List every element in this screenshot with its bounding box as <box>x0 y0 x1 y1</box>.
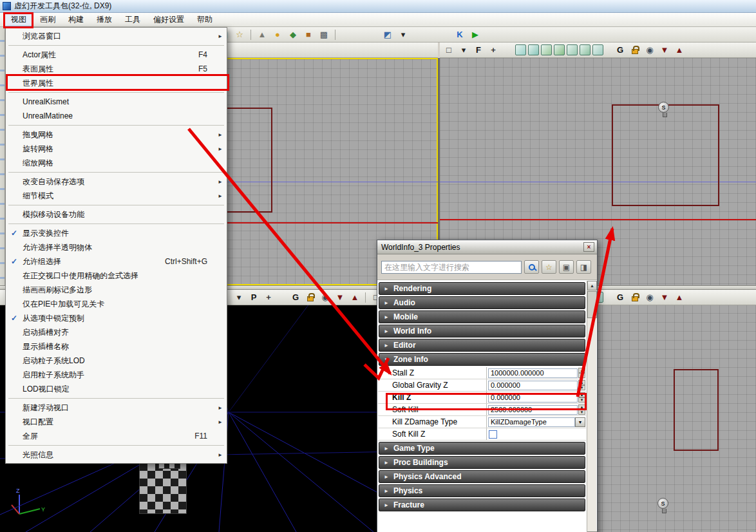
menu-item-socket-snapping[interactable]: 启动插槽对齐 <box>6 325 227 339</box>
category-game-type[interactable]: ►Game Type <box>379 442 585 455</box>
menu-item-scale-grid[interactable]: 缩放网格 <box>6 156 227 170</box>
spin-down-icon[interactable]: ▼ <box>578 397 585 403</box>
build-lighting-icon[interactable]: ● <box>271 28 284 41</box>
menu-item-allow-translucent-selection[interactable]: 允许选择半透明物体 <box>6 240 227 254</box>
light-actor-sprite[interactable]: S <box>658 102 671 119</box>
property-search-input[interactable] <box>381 261 522 274</box>
viewport-options-icon[interactable]: ▾ <box>457 44 470 57</box>
category-zone-info[interactable]: ▼Zone Info <box>379 353 585 366</box>
menubar-item-help[interactable]: 帮助 <box>191 13 219 26</box>
menu-item-pie-visible-levels-only[interactable]: 仅在PIE中加载可见关卡 <box>6 297 227 311</box>
value-text[interactable]: 2500.000000 <box>488 405 578 415</box>
favorites-star-icon[interactable]: ☆ <box>542 260 556 274</box>
menu-item-lighting-info[interactable]: 光照信息► <box>6 448 227 462</box>
build-all-icon[interactable]: ▩ <box>317 28 330 41</box>
properties-scrollbar[interactable]: ▲ ▼ <box>587 281 596 532</box>
close-icon[interactable]: × <box>583 242 594 252</box>
category-proc-buildings[interactable]: ►Proc Buildings <box>379 456 585 469</box>
menu-item-lock-prefabs-from-selection[interactable]: ✓从选项中锁定预制 <box>6 311 227 325</box>
window-titlebar[interactable]: 虚幻开发工具包(32-位, DX9) <box>0 0 756 13</box>
move-widget-icon[interactable]: + <box>262 291 275 304</box>
advanced-options-icon[interactable]: ◨ <box>576 260 591 274</box>
maximize-viewport-icon[interactable]: □ <box>442 44 455 57</box>
game-view-icon[interactable]: G <box>614 291 627 304</box>
pie-options-icon[interactable]: ▾ <box>397 28 410 41</box>
viewport-options-icon[interactable]: ▾ <box>232 291 245 304</box>
menubar-item-build[interactable]: 构建 <box>62 13 90 26</box>
scrollbar-thumb[interactable] <box>587 291 597 318</box>
play-in-editor-icon[interactable]: ▶ <box>469 28 482 41</box>
value-text[interactable]: 0.000000 <box>488 381 578 390</box>
lock-viewport-icon[interactable] <box>628 291 641 304</box>
socket-snap-icon[interactable]: ▼ <box>334 291 346 304</box>
spin-down-icon[interactable]: ▼ <box>578 410 585 415</box>
menu-item-emulate-mobile-features[interactable]: 模拟移动设备功能 <box>6 207 227 222</box>
checkbox[interactable] <box>489 430 497 439</box>
build-geometry-icon[interactable]: ▲ <box>256 28 269 41</box>
menu-item-rotation-grid[interactable]: 旋转网格► <box>6 142 227 156</box>
menu-item-draw-brush-marker-polys[interactable]: 描画画刷标记多边形 <box>6 283 227 297</box>
spin-up-icon[interactable]: ▲ <box>578 392 585 397</box>
category-audio[interactable]: ►Audio <box>379 296 585 309</box>
show-flags-icon[interactable]: ◉ <box>643 291 656 304</box>
spinner-control[interactable]: ▲▼ <box>578 404 585 415</box>
menu-item-show-socket-names[interactable]: 显示插槽名称 <box>6 339 227 354</box>
spinner-control[interactable]: ▲▼ <box>578 380 585 390</box>
spinner-control[interactable]: ▲▼ <box>578 392 585 403</box>
category-world-info[interactable]: ►World Info <box>379 325 585 337</box>
menu-item-show-transform-widget[interactable]: ✓显示变换控件 <box>6 226 227 240</box>
menu-item-unreal-kismet[interactable]: UnrealKismet <box>6 95 227 109</box>
value-text[interactable]: 0.000000 <box>488 393 578 403</box>
category-physics-advanced[interactable]: ►Physics Advanced <box>379 470 585 483</box>
menubar-item-brush[interactable]: 画刷 <box>33 13 62 26</box>
move-widget-icon[interactable]: + <box>487 44 500 57</box>
value-text[interactable]: KillZDamageType <box>488 417 575 427</box>
spin-down-icon[interactable]: ▼ <box>578 385 585 390</box>
shader-complexity-mode-icon[interactable] <box>592 44 603 55</box>
game-view-icon[interactable]: G <box>289 291 302 304</box>
brush-wireframe-mode-icon[interactable] <box>528 44 539 55</box>
front-view-label[interactable]: F <box>472 44 485 57</box>
dropdown-arrow-icon[interactable]: ▼ <box>575 417 585 427</box>
category-fracture[interactable]: ►Fracture <box>379 499 585 511</box>
lit-mode-icon[interactable] <box>554 44 565 55</box>
menu-item-unreal-matinee[interactable]: UnrealMatinee <box>6 109 227 123</box>
show-flags-icon[interactable]: ◉ <box>643 44 656 57</box>
value-text[interactable]: 1000000.000000 <box>488 368 578 378</box>
build-paths-icon[interactable]: ◆ <box>287 28 299 41</box>
spin-down-icon[interactable]: ▼ <box>578 373 585 378</box>
lock-viewport-icon[interactable] <box>304 291 317 304</box>
brush-outline-top-right[interactable] <box>612 104 719 206</box>
socket-lock-icon[interactable]: ▲ <box>348 291 361 304</box>
checker-cube[interactable] <box>139 462 187 514</box>
unlit-mode-icon[interactable] <box>541 44 552 55</box>
perspective-label[interactable]: P <box>247 291 260 304</box>
socket-lock-icon[interactable]: ▲ <box>673 44 686 57</box>
lighting-only-mode-icon[interactable] <box>580 44 591 55</box>
menu-item-particle-system-helper[interactable]: 启用粒子系统助手 <box>6 368 227 382</box>
copy-to-clipboard-icon[interactable]: ▣ <box>559 260 574 274</box>
spin-up-icon[interactable]: ▲ <box>578 380 585 385</box>
kismet-debugger-icon[interactable]: K <box>453 28 466 41</box>
spin-up-icon[interactable]: ▲ <box>578 368 585 373</box>
light-actor-sprite-2[interactable]: S <box>657 498 670 515</box>
show-flags-icon[interactable]: ◉ <box>319 291 332 304</box>
properties-window-titlebar[interactable]: WorldInfo_3 Properties × <box>377 240 597 254</box>
category-editor[interactable]: ►Editor <box>379 339 585 352</box>
translucent-select-icon[interactable]: ◩ <box>381 28 394 41</box>
socket-snap-icon[interactable]: ▼ <box>658 291 671 304</box>
menubar-item-tools[interactable]: 工具 <box>118 13 147 26</box>
menubar-item-view[interactable]: 视图 <box>4 13 33 26</box>
menu-item-autosave-options[interactable]: 改变自动保存选项► <box>6 175 227 189</box>
favorites-icon[interactable]: ☆ <box>233 28 246 41</box>
spin-up-icon[interactable]: ▲ <box>578 404 585 410</box>
menu-item-allow-group-selection[interactable]: ✓允许组选择Ctrl+Shift+G <box>6 254 227 269</box>
menu-item-new-floating-viewport[interactable]: 新建浮动视口► <box>6 401 227 415</box>
menu-item-fullscreen[interactable]: 全屏F11 <box>6 429 227 443</box>
wireframe-mode-icon[interactable] <box>515 44 526 55</box>
menu-item-browser-windows[interactable]: 浏览器窗口► <box>6 29 227 43</box>
socket-lock-icon[interactable]: ▲ <box>673 291 686 304</box>
menu-item-detail-mode[interactable]: 细节模式► <box>6 189 227 203</box>
lock-viewport-icon[interactable] <box>628 44 641 57</box>
menu-item-particle-system-lod[interactable]: 启动粒子系统LOD <box>6 354 227 368</box>
